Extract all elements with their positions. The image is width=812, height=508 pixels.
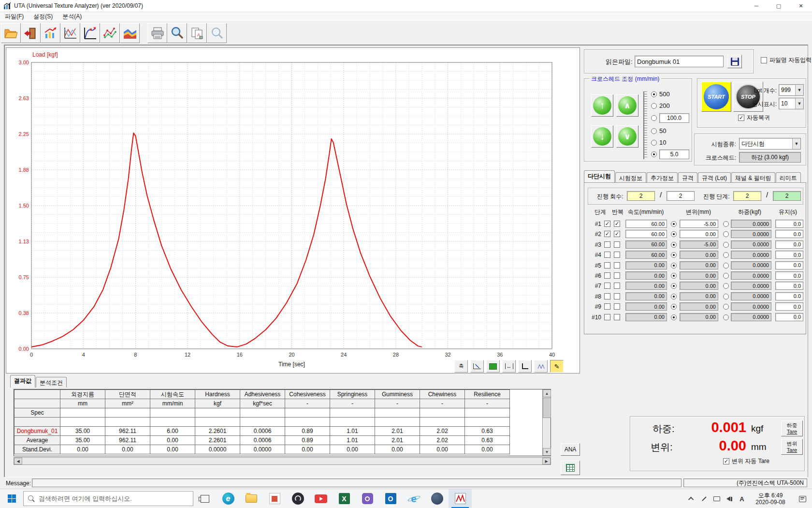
taskbar-app-purple-app[interactable] — [356, 489, 379, 508]
step-hold-field[interactable]: 0.0 — [775, 282, 803, 290]
step-hold-field[interactable]: 0.0 — [775, 292, 803, 300]
taskbar-app-obs[interactable] — [286, 489, 309, 508]
step-disp-field[interactable]: 0.00 — [680, 282, 718, 290]
curve-analysis-button[interactable] — [80, 23, 100, 43]
step-load-radio[interactable] — [723, 273, 729, 279]
radio-icon[interactable] — [651, 128, 657, 134]
auto-tare-checkbox[interactable] — [723, 458, 729, 464]
step-hold-field[interactable]: 0.0 — [775, 240, 803, 249]
step-enable-checkbox[interactable] — [604, 293, 610, 299]
step-enable-checkbox[interactable] — [604, 314, 610, 320]
axes-button[interactable] — [518, 360, 532, 373]
step-disp-radio[interactable] — [671, 231, 677, 237]
step-disp-radio[interactable] — [671, 273, 677, 279]
auto-tare-check[interactable]: 변위 자동 Tare — [723, 457, 769, 465]
step-enable-checkbox[interactable] — [604, 303, 610, 310]
step-disp-field[interactable]: -5.00 — [680, 220, 718, 228]
step-disp-radio[interactable] — [671, 304, 677, 310]
step-load-radio[interactable] — [723, 304, 729, 310]
crosshead-option-500[interactable]: 500 — [651, 90, 670, 98]
step-disp-radio[interactable] — [671, 283, 677, 289]
step-disp-radio[interactable] — [671, 314, 677, 320]
step-speed-field[interactable]: 60.00 — [625, 220, 667, 228]
step-load-field[interactable]: 0.0000 — [731, 302, 771, 311]
zoom-out-button[interactable] — [207, 23, 227, 43]
step-repeat-checkbox[interactable] — [614, 314, 620, 320]
dropdown-arrow-icon[interactable]: ▼ — [792, 138, 800, 149]
step-load-radio[interactable] — [723, 314, 729, 320]
multi-curve-button[interactable] — [60, 23, 80, 43]
step-hold-field[interactable]: 0.0 — [775, 230, 803, 238]
peak-analysis-button[interactable]: ⋀⋀ — [534, 360, 548, 373]
taskbar-app-uta[interactable] — [449, 489, 472, 508]
axis-settings-button[interactable]: 축 — [454, 360, 468, 373]
scatter-chart-button[interactable] — [100, 23, 120, 43]
step-repeat-checkbox[interactable] — [614, 241, 620, 248]
zoom-in-button[interactable] — [167, 23, 187, 43]
open-file-button[interactable] — [1, 23, 21, 43]
tab-채널 & 필터링[interactable]: 채널 & 필터링 — [731, 172, 775, 183]
crosshead-option-5.0[interactable]: 5.0 — [651, 149, 689, 159]
step-speed-field[interactable]: 60.00 — [625, 230, 667, 238]
step-load-field[interactable]: 0.0000 — [731, 251, 771, 259]
multi-display-select[interactable]: 10▼ — [779, 98, 804, 109]
step-load-radio[interactable] — [723, 231, 729, 237]
step-disp-field[interactable]: 0.00 — [680, 313, 718, 321]
step-speed-field[interactable]: 0.00 — [625, 292, 667, 300]
tab-결과값[interactable]: 결과값 — [10, 375, 35, 388]
network-tray-icon[interactable] — [710, 489, 723, 508]
taskbar-app-youtube[interactable] — [309, 489, 333, 508]
tab-추가정보[interactable]: 추가정보 — [647, 172, 678, 183]
step-repeat-checkbox[interactable] — [614, 252, 620, 258]
step-load-field[interactable]: 0.0000 — [731, 282, 771, 290]
step-repeat-checkbox[interactable] — [614, 221, 620, 227]
export-button[interactable] — [561, 461, 580, 475]
exit-button[interactable] — [21, 23, 41, 43]
step-hold-field[interactable]: 0.0 — [775, 220, 803, 228]
report-chart-button[interactable] — [41, 23, 60, 43]
fit-width-button[interactable]: ↔ — [502, 360, 516, 373]
radio-icon[interactable] — [651, 140, 657, 146]
step-load-field[interactable]: 0.0000 — [731, 220, 771, 228]
menu-item-0[interactable]: 파일(F) — [0, 12, 29, 22]
hidden-icons-chevron[interactable] — [685, 489, 698, 508]
save-button[interactable] — [727, 55, 742, 68]
action-center-button[interactable] — [793, 489, 812, 508]
results-horizontal-scrollbar[interactable]: ◀ ▶ — [14, 457, 551, 465]
ana-button[interactable]: ANA — [561, 443, 580, 456]
auto-filename-checkbox[interactable] — [761, 57, 767, 63]
step-load-radio[interactable] — [723, 263, 729, 269]
step-repeat-checkbox[interactable] — [614, 283, 620, 289]
step-repeat-checkbox[interactable] — [614, 303, 620, 310]
step-load-radio[interactable] — [723, 283, 729, 289]
step-hold-field[interactable]: 0.0 — [775, 261, 803, 269]
radio-icon[interactable] — [651, 151, 657, 157]
taskbar-search-input[interactable]: 검색하려면 여기에 입력하십시오. — [23, 491, 193, 506]
step-disp-radio[interactable] — [671, 242, 677, 248]
maximize-button[interactable]: ▢ — [768, 0, 790, 12]
screen-color-button[interactable] — [486, 360, 500, 373]
auto-filename-check[interactable]: 파일명 자동입력 — [761, 56, 812, 64]
tab-리미트[interactable]: 리미트 — [776, 172, 801, 183]
crosshead-option-10[interactable]: 10 — [651, 139, 666, 146]
step-enable-checkbox[interactable] — [604, 241, 610, 248]
step-repeat-checkbox[interactable] — [614, 231, 620, 237]
volume-tray-icon[interactable] — [723, 489, 736, 508]
step-load-radio[interactable] — [723, 221, 729, 227]
step-load-radio[interactable] — [723, 242, 729, 248]
step-load-radio[interactable] — [723, 252, 729, 258]
menu-item-1[interactable]: 설정(S) — [29, 12, 58, 22]
scroll-down-icon[interactable]: ▼ — [543, 448, 551, 456]
taskbar-app-excel[interactable]: X — [333, 489, 356, 508]
taskbar-clock[interactable]: 오후 6:49 2020-09-08 — [748, 492, 793, 506]
step-hold-field[interactable]: 0.0 — [775, 302, 803, 311]
tab-분석조건[interactable]: 분석조건 — [36, 377, 67, 388]
crosshead-option-200[interactable]: 200 — [651, 102, 670, 109]
step-load-field[interactable]: 0.0000 — [731, 292, 771, 300]
load-tare-button[interactable]: 하중 Tare — [781, 420, 803, 436]
taskbar-app-internet-explorer[interactable]: e — [402, 489, 425, 508]
edit-pencil-button[interactable]: ✎ — [550, 360, 564, 373]
start-menu-button[interactable] — [0, 489, 23, 508]
step-repeat-checkbox[interactable] — [614, 272, 620, 279]
pen-tray-icon[interactable] — [698, 489, 710, 508]
